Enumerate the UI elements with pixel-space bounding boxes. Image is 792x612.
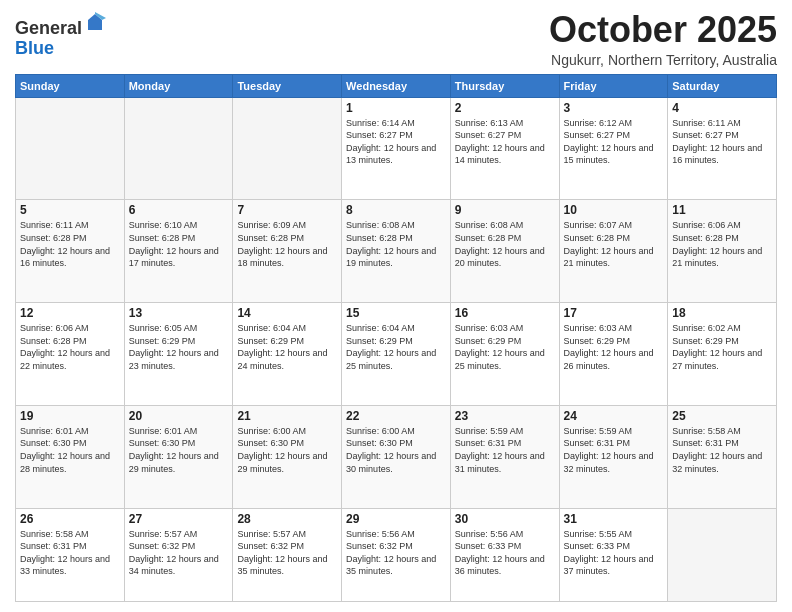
calendar-cell: 13Sunrise: 6:05 AM Sunset: 6:29 PM Dayli… — [124, 303, 233, 406]
day-number: 14 — [237, 306, 337, 320]
day-number: 6 — [129, 203, 229, 217]
day-info: Sunrise: 6:00 AM Sunset: 6:30 PM Dayligh… — [346, 425, 446, 475]
calendar-cell: 18Sunrise: 6:02 AM Sunset: 6:29 PM Dayli… — [668, 303, 777, 406]
day-info: Sunrise: 6:09 AM Sunset: 6:28 PM Dayligh… — [237, 219, 337, 269]
calendar-table: SundayMondayTuesdayWednesdayThursdayFrid… — [15, 74, 777, 602]
day-number: 27 — [129, 512, 229, 526]
day-info: Sunrise: 5:58 AM Sunset: 6:31 PM Dayligh… — [672, 425, 772, 475]
logo-icon — [84, 12, 106, 34]
day-info: Sunrise: 5:56 AM Sunset: 6:32 PM Dayligh… — [346, 528, 446, 578]
calendar-cell: 28Sunrise: 5:57 AM Sunset: 6:32 PM Dayli… — [233, 508, 342, 601]
day-info: Sunrise: 6:10 AM Sunset: 6:28 PM Dayligh… — [129, 219, 229, 269]
weekday-header-friday: Friday — [559, 74, 668, 97]
calendar-week-5: 26Sunrise: 5:58 AM Sunset: 6:31 PM Dayli… — [16, 508, 777, 601]
weekday-header-monday: Monday — [124, 74, 233, 97]
day-number: 4 — [672, 101, 772, 115]
logo-general-text: General — [15, 18, 82, 38]
page: General Blue October 2025 Ngukurr, North… — [0, 0, 792, 612]
title-section: October 2025 Ngukurr, Northern Territory… — [549, 10, 777, 68]
calendar-cell: 3Sunrise: 6:12 AM Sunset: 6:27 PM Daylig… — [559, 97, 668, 200]
day-number: 22 — [346, 409, 446, 423]
logo: General Blue — [15, 14, 106, 59]
weekday-header-sunday: Sunday — [16, 74, 125, 97]
month-title: October 2025 — [549, 10, 777, 50]
calendar-cell: 12Sunrise: 6:06 AM Sunset: 6:28 PM Dayli… — [16, 303, 125, 406]
day-number: 24 — [564, 409, 664, 423]
calendar-cell: 7Sunrise: 6:09 AM Sunset: 6:28 PM Daylig… — [233, 200, 342, 303]
day-number: 20 — [129, 409, 229, 423]
day-info: Sunrise: 6:03 AM Sunset: 6:29 PM Dayligh… — [564, 322, 664, 372]
day-info: Sunrise: 6:06 AM Sunset: 6:28 PM Dayligh… — [672, 219, 772, 269]
day-info: Sunrise: 6:12 AM Sunset: 6:27 PM Dayligh… — [564, 117, 664, 167]
calendar-cell: 27Sunrise: 5:57 AM Sunset: 6:32 PM Dayli… — [124, 508, 233, 601]
day-number: 3 — [564, 101, 664, 115]
day-info: Sunrise: 6:06 AM Sunset: 6:28 PM Dayligh… — [20, 322, 120, 372]
calendar-cell — [16, 97, 125, 200]
weekday-header-row: SundayMondayTuesdayWednesdayThursdayFrid… — [16, 74, 777, 97]
calendar-cell: 25Sunrise: 5:58 AM Sunset: 6:31 PM Dayli… — [668, 405, 777, 508]
day-info: Sunrise: 6:00 AM Sunset: 6:30 PM Dayligh… — [237, 425, 337, 475]
calendar-week-1: 1Sunrise: 6:14 AM Sunset: 6:27 PM Daylig… — [16, 97, 777, 200]
day-number: 21 — [237, 409, 337, 423]
day-info: Sunrise: 6:04 AM Sunset: 6:29 PM Dayligh… — [346, 322, 446, 372]
day-info: Sunrise: 5:56 AM Sunset: 6:33 PM Dayligh… — [455, 528, 555, 578]
calendar-cell: 30Sunrise: 5:56 AM Sunset: 6:33 PM Dayli… — [450, 508, 559, 601]
day-info: Sunrise: 5:58 AM Sunset: 6:31 PM Dayligh… — [20, 528, 120, 578]
day-info: Sunrise: 6:04 AM Sunset: 6:29 PM Dayligh… — [237, 322, 337, 372]
calendar-cell: 29Sunrise: 5:56 AM Sunset: 6:32 PM Dayli… — [342, 508, 451, 601]
day-info: Sunrise: 5:57 AM Sunset: 6:32 PM Dayligh… — [237, 528, 337, 578]
weekday-header-tuesday: Tuesday — [233, 74, 342, 97]
calendar-cell: 11Sunrise: 6:06 AM Sunset: 6:28 PM Dayli… — [668, 200, 777, 303]
calendar-week-3: 12Sunrise: 6:06 AM Sunset: 6:28 PM Dayli… — [16, 303, 777, 406]
day-info: Sunrise: 5:57 AM Sunset: 6:32 PM Dayligh… — [129, 528, 229, 578]
day-info: Sunrise: 6:02 AM Sunset: 6:29 PM Dayligh… — [672, 322, 772, 372]
day-number: 28 — [237, 512, 337, 526]
day-number: 11 — [672, 203, 772, 217]
day-info: Sunrise: 5:55 AM Sunset: 6:33 PM Dayligh… — [564, 528, 664, 578]
calendar-week-4: 19Sunrise: 6:01 AM Sunset: 6:30 PM Dayli… — [16, 405, 777, 508]
day-number: 10 — [564, 203, 664, 217]
calendar-cell: 17Sunrise: 6:03 AM Sunset: 6:29 PM Dayli… — [559, 303, 668, 406]
calendar-cell: 2Sunrise: 6:13 AM Sunset: 6:27 PM Daylig… — [450, 97, 559, 200]
day-number: 7 — [237, 203, 337, 217]
day-number: 16 — [455, 306, 555, 320]
day-info: Sunrise: 6:08 AM Sunset: 6:28 PM Dayligh… — [346, 219, 446, 269]
calendar-cell: 9Sunrise: 6:08 AM Sunset: 6:28 PM Daylig… — [450, 200, 559, 303]
calendar-week-2: 5Sunrise: 6:11 AM Sunset: 6:28 PM Daylig… — [16, 200, 777, 303]
calendar-cell: 8Sunrise: 6:08 AM Sunset: 6:28 PM Daylig… — [342, 200, 451, 303]
day-number: 17 — [564, 306, 664, 320]
calendar-cell: 1Sunrise: 6:14 AM Sunset: 6:27 PM Daylig… — [342, 97, 451, 200]
day-number: 19 — [20, 409, 120, 423]
day-number: 31 — [564, 512, 664, 526]
calendar-cell: 10Sunrise: 6:07 AM Sunset: 6:28 PM Dayli… — [559, 200, 668, 303]
calendar-cell: 6Sunrise: 6:10 AM Sunset: 6:28 PM Daylig… — [124, 200, 233, 303]
day-number: 13 — [129, 306, 229, 320]
day-number: 29 — [346, 512, 446, 526]
header: General Blue October 2025 Ngukurr, North… — [15, 10, 777, 68]
day-number: 9 — [455, 203, 555, 217]
calendar-cell: 19Sunrise: 6:01 AM Sunset: 6:30 PM Dayli… — [16, 405, 125, 508]
calendar-cell: 15Sunrise: 6:04 AM Sunset: 6:29 PM Dayli… — [342, 303, 451, 406]
day-info: Sunrise: 5:59 AM Sunset: 6:31 PM Dayligh… — [564, 425, 664, 475]
day-info: Sunrise: 6:05 AM Sunset: 6:29 PM Dayligh… — [129, 322, 229, 372]
calendar-cell: 31Sunrise: 5:55 AM Sunset: 6:33 PM Dayli… — [559, 508, 668, 601]
day-number: 26 — [20, 512, 120, 526]
day-number: 1 — [346, 101, 446, 115]
day-info: Sunrise: 5:59 AM Sunset: 6:31 PM Dayligh… — [455, 425, 555, 475]
calendar-cell — [233, 97, 342, 200]
location: Ngukurr, Northern Territory, Australia — [549, 52, 777, 68]
day-number: 30 — [455, 512, 555, 526]
day-number: 18 — [672, 306, 772, 320]
calendar-cell: 23Sunrise: 5:59 AM Sunset: 6:31 PM Dayli… — [450, 405, 559, 508]
calendar-cell — [124, 97, 233, 200]
day-number: 8 — [346, 203, 446, 217]
day-number: 12 — [20, 306, 120, 320]
day-number: 15 — [346, 306, 446, 320]
calendar-cell: 4Sunrise: 6:11 AM Sunset: 6:27 PM Daylig… — [668, 97, 777, 200]
weekday-header-thursday: Thursday — [450, 74, 559, 97]
day-number: 2 — [455, 101, 555, 115]
day-info: Sunrise: 6:03 AM Sunset: 6:29 PM Dayligh… — [455, 322, 555, 372]
calendar-cell: 24Sunrise: 5:59 AM Sunset: 6:31 PM Dayli… — [559, 405, 668, 508]
calendar-cell: 16Sunrise: 6:03 AM Sunset: 6:29 PM Dayli… — [450, 303, 559, 406]
day-info: Sunrise: 6:01 AM Sunset: 6:30 PM Dayligh… — [20, 425, 120, 475]
